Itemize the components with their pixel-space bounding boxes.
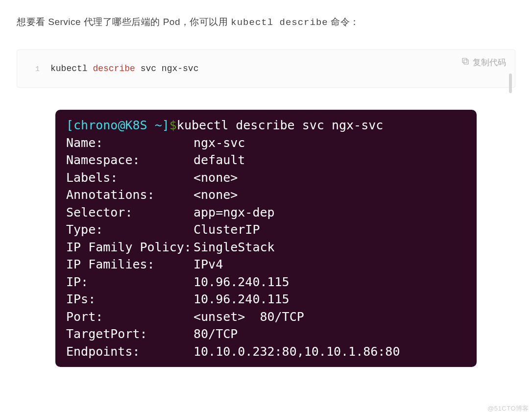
terminal-key: Type: xyxy=(66,221,193,239)
terminal-key: IP: xyxy=(66,273,193,291)
terminal-row: IP Families:IPv4 xyxy=(66,256,466,273)
terminal-row: Selector:app=ngx-dep xyxy=(66,204,466,221)
terminal-value: default xyxy=(193,153,245,167)
terminal-key: IPs: xyxy=(66,291,193,308)
terminal-value: 10.10.0.232:80,10.10.1.86:80 xyxy=(193,344,400,359)
terminal-row: IP Family Policy:SingleStack xyxy=(66,239,466,256)
terminal-value: ngx-svc xyxy=(193,136,245,150)
terminal-value: ClusterIP xyxy=(193,222,260,237)
line-number: 1 xyxy=(26,65,50,73)
terminal-value: 10.96.240.115 xyxy=(193,275,290,289)
code-line: 1 kubectl describe svc ngx-svc xyxy=(26,64,506,73)
intro-command: kubectl describe xyxy=(231,17,328,28)
terminal-value: IPv4 xyxy=(193,257,223,271)
terminal-key: Port: xyxy=(66,308,193,326)
intro-text: 想要看 Service 代理了哪些后端的 Pod，你可以用 kubectl de… xyxy=(17,15,515,30)
terminal-value: SingleStack xyxy=(193,240,275,254)
copy-icon xyxy=(461,57,470,68)
svg-rect-0 xyxy=(464,60,468,64)
terminal-row: Name:ngx-svc xyxy=(66,134,466,152)
terminal-key: TargetPort: xyxy=(66,325,193,343)
terminal-row: Annotations:<none> xyxy=(66,186,466,204)
terminal-value: <none> xyxy=(193,170,238,185)
terminal-value: 80/TCP xyxy=(193,327,238,341)
terminal-key: Namespace: xyxy=(66,151,193,169)
terminal-row: Type:ClusterIP xyxy=(66,221,466,239)
terminal-row: Labels:<none> xyxy=(66,169,466,187)
terminal-command: kubectl describe svc ngx-svc xyxy=(177,118,383,132)
terminal-key: IP Families: xyxy=(66,256,193,273)
terminal-row: IP:10.96.240.115 xyxy=(66,273,466,291)
terminal-row: Namespace:default xyxy=(66,151,466,169)
code-keyword: describe xyxy=(93,64,135,73)
terminal-key: Selector: xyxy=(66,204,193,221)
terminal-key: Endpoints: xyxy=(66,343,193,361)
terminal-value: app=ngx-dep xyxy=(193,205,275,219)
terminal-value: <unset> 80/TCP xyxy=(193,310,304,324)
terminal-key: Annotations: xyxy=(66,186,193,204)
code-text: kubectl describe svc ngx-svc xyxy=(50,64,198,73)
terminal-key: IP Family Policy: xyxy=(66,239,193,256)
copy-code-label: 复制代码 xyxy=(473,57,506,68)
copy-code-button[interactable]: 复制代码 xyxy=(461,57,506,68)
terminal-prompt-line: [chrono@K8S ~]$kubectl describe svc ngx-… xyxy=(66,117,466,134)
terminal-row: Endpoints:10.10.0.232:80,10.10.1.86:80 xyxy=(66,343,466,361)
terminal-row: Port:<unset> 80/TCP xyxy=(66,308,466,326)
intro-suffix: 命令： xyxy=(328,17,360,27)
terminal-value: <none> xyxy=(193,188,238,202)
intro-prefix: 想要看 Service 代理了哪些后端的 Pod，你可以用 xyxy=(17,17,231,27)
code-scrollbar[interactable] xyxy=(509,73,512,93)
terminal-key: Labels: xyxy=(66,169,193,187)
terminal-row: TargetPort:80/TCP xyxy=(66,325,466,343)
svg-rect-1 xyxy=(462,58,467,63)
code-block: 复制代码 1 kubectl describe svc ngx-svc xyxy=(17,49,515,88)
terminal-row: IPs:10.96.240.115 xyxy=(66,291,466,308)
terminal-key: Name: xyxy=(66,134,193,152)
terminal-output: [chrono@K8S ~]$kubectl describe svc ngx-… xyxy=(55,110,477,367)
terminal-value: 10.96.240.115 xyxy=(193,292,290,306)
